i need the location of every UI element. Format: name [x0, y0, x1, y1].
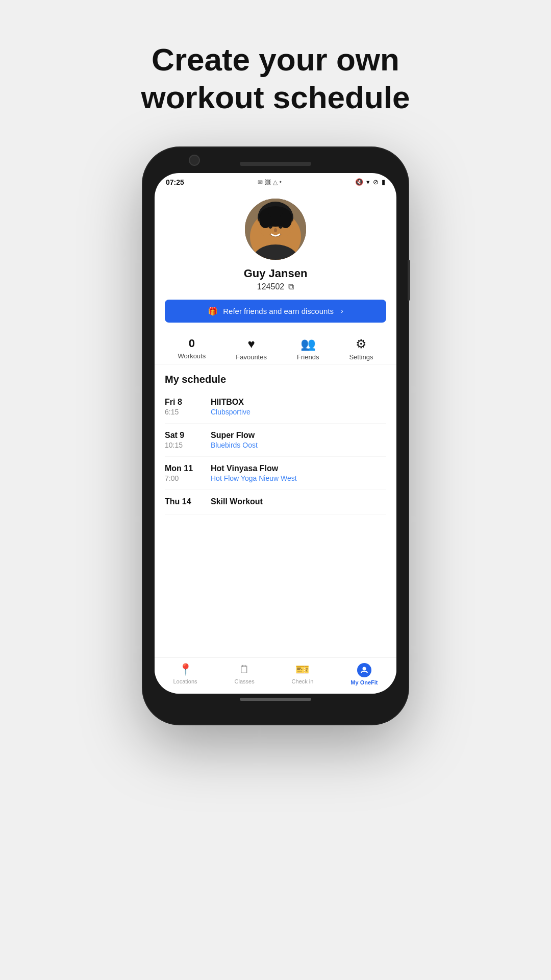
stat-settings[interactable]: ⚙ Settings [349, 337, 373, 361]
location-pin-icon: 📍 [179, 663, 192, 676]
svg-point-10 [280, 212, 292, 228]
phone-camera [189, 155, 200, 166]
mute-icon: 🔇 [355, 178, 363, 186]
schedule-workout-1: Super Flow Bluebirds Oost [211, 431, 386, 449]
schedule-workout-3: Skill Workout [211, 497, 386, 507]
nav-checkin[interactable]: 🎫 Check in [292, 663, 314, 685]
chevron-right-icon: › [341, 307, 343, 315]
stat-favourites[interactable]: ♥ Favourites [236, 337, 267, 361]
gift-icon: 🎁 [208, 306, 218, 316]
avatar [245, 199, 306, 260]
workouts-count: 0 [189, 337, 195, 350]
nav-checkin-label: Check in [292, 678, 314, 684]
settings-label: Settings [349, 353, 373, 361]
nav-myonefit-label: My OneFit [350, 679, 378, 685]
battery-icon: ▮ [382, 178, 385, 186]
schedule-item-0[interactable]: Fri 8 6:15 HIITBOX Clubsportive [165, 390, 386, 424]
nav-locations-label: Locations [173, 678, 197, 684]
status-bar: 07:25 ✉ 🖼 △ • 🔇 ▾ ⊘ ▮ [155, 173, 396, 188]
stats-row: 0 Workouts ♥ Favourites 👥 Friends ⚙ Sett… [155, 328, 396, 364]
friends-label: Friends [297, 353, 319, 361]
schedule-item-1[interactable]: Sat 9 10:15 Super Flow Bluebirds Oost [165, 424, 386, 457]
phone-side-button [408, 260, 410, 301]
schedule-item-3[interactable]: Thu 14 Skill Workout [165, 490, 386, 515]
stat-friends[interactable]: 👥 Friends [297, 337, 319, 361]
phone-mockup: 07:25 ✉ 🖼 △ • 🔇 ▾ ⊘ ▮ [143, 148, 408, 724]
refer-button[interactable]: 🎁 Refer friends and earn discounts › [165, 300, 386, 323]
phone-speaker [240, 162, 311, 166]
favourites-label: Favourites [236, 353, 267, 361]
svg-point-12 [362, 667, 366, 670]
status-system-icons: 🔇 ▾ ⊘ ▮ [355, 178, 385, 186]
alarm-icon: ⊘ [373, 178, 379, 186]
schedule-workout-0: HIITBOX Clubsportive [211, 398, 386, 416]
wifi-icon: ▾ [366, 178, 370, 186]
svg-point-7 [274, 228, 277, 232]
phone-screen: 07:25 ✉ 🖼 △ • 🔇 ▾ ⊘ ▮ [155, 173, 396, 694]
app-content: Guy Jansen 124502 ⧉ 🎁 Refer friends and … [155, 188, 396, 694]
status-notifs: ✉ 🖼 △ • [258, 179, 282, 186]
user-name: Guy Jansen [244, 267, 308, 280]
schedule-item-2[interactable]: Mon 11 7:00 Hot Vinyasa Flow Hot Flow Yo… [165, 457, 386, 490]
nav-myonefit[interactable]: My OneFit [350, 663, 378, 685]
workouts-label: Workouts [178, 352, 206, 360]
profile-section: Guy Jansen 124502 ⧉ 🎁 Refer friends and … [155, 188, 396, 328]
cloud-icon: △ [273, 179, 278, 186]
status-time: 07:25 [166, 178, 184, 186]
schedule-date-3: Thu 14 [165, 497, 201, 507]
schedule-workout-2: Hot Vinyasa Flow Hot Flow Yoga Nieuw Wes… [211, 464, 386, 482]
gear-icon: ⚙ [356, 337, 367, 351]
svg-point-9 [259, 212, 271, 228]
schedule-date-2: Mon 11 7:00 [165, 464, 201, 482]
schedule-date-0: Fri 8 6:15 [165, 398, 201, 416]
schedule-date-1: Sat 9 10:15 [165, 431, 201, 449]
copy-icon[interactable]: ⧉ [288, 282, 294, 291]
nav-classes[interactable]: 🗒 Classes [235, 663, 255, 685]
classes-icon: 🗒 [239, 663, 250, 676]
schedule-section: My schedule Fri 8 6:15 HIITBOX Clubsport… [155, 364, 396, 657]
schedule-title: My schedule [165, 374, 386, 385]
user-id: 124502 ⧉ [257, 282, 294, 291]
checkin-icon: 🎫 [295, 663, 309, 676]
mail-icon: ✉ [258, 179, 263, 186]
heart-icon: ♥ [247, 337, 255, 351]
image-icon: 🖼 [265, 179, 271, 186]
phone-home-bar [240, 698, 311, 701]
my-onefit-icon [357, 663, 371, 677]
dot-indicator: • [280, 179, 282, 186]
friends-icon: 👥 [300, 337, 316, 351]
stat-workouts[interactable]: 0 Workouts [178, 337, 206, 361]
page-title: Create your own workout schedule [97, 41, 454, 117]
bottom-nav: 📍 Locations 🗒 Classes 🎫 Check in [155, 657, 396, 694]
nav-locations[interactable]: 📍 Locations [173, 663, 197, 685]
nav-classes-label: Classes [235, 678, 255, 684]
